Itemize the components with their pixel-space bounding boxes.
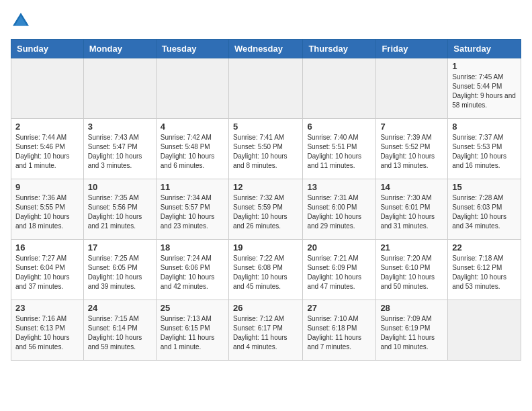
day-cell: 22Sunrise: 7:18 AM Sunset: 6:12 PM Dayli…: [448, 240, 521, 300]
day-info: Sunrise: 7:42 AM Sunset: 5:48 PM Dayligh…: [161, 133, 224, 171]
day-cell: 4Sunrise: 7:42 AM Sunset: 5:48 PM Daylig…: [156, 119, 228, 179]
calendar-header-row: SundayMondayTuesdayWednesdayThursdayFrid…: [11, 40, 521, 58]
day-info: Sunrise: 7:44 AM Sunset: 5:46 PM Dayligh…: [15, 133, 79, 171]
day-info: Sunrise: 7:41 AM Sunset: 5:50 PM Dayligh…: [233, 133, 298, 171]
day-number: 20: [307, 242, 371, 253]
day-info: Sunrise: 7:27 AM Sunset: 6:04 PM Dayligh…: [15, 254, 79, 291]
day-number: 3: [88, 122, 152, 132]
day-info: Sunrise: 7:18 AM Sunset: 6:12 PM Dayligh…: [452, 254, 517, 291]
day-info: Sunrise: 7:34 AM Sunset: 5:57 PM Dayligh…: [161, 193, 224, 231]
day-number: 5: [233, 122, 298, 132]
day-info: Sunrise: 7:20 AM Sunset: 6:10 PM Dayligh…: [380, 254, 443, 291]
day-cell: 20Sunrise: 7:21 AM Sunset: 6:09 PM Dayli…: [303, 240, 376, 300]
day-info: Sunrise: 7:30 AM Sunset: 6:01 PM Dayligh…: [380, 193, 443, 231]
day-info: Sunrise: 7:09 AM Sunset: 6:19 PM Dayligh…: [380, 314, 443, 352]
day-cell: 1Sunrise: 7:45 AM Sunset: 5:44 PM Daylig…: [448, 58, 521, 119]
calendar-table: SundayMondayTuesdayWednesdayThursdayFrid…: [11, 39, 521, 361]
day-info: Sunrise: 7:37 AM Sunset: 5:53 PM Dayligh…: [452, 133, 517, 171]
day-number: 11: [161, 182, 224, 192]
day-info: Sunrise: 7:31 AM Sunset: 6:00 PM Dayligh…: [307, 193, 371, 231]
logo: [11, 11, 34, 31]
day-info: Sunrise: 7:10 AM Sunset: 6:18 PM Dayligh…: [307, 314, 371, 352]
day-cell: 21Sunrise: 7:20 AM Sunset: 6:10 PM Dayli…: [376, 240, 448, 300]
day-cell: 5Sunrise: 7:41 AM Sunset: 5:50 PM Daylig…: [228, 119, 302, 179]
day-number: 19: [233, 242, 298, 253]
day-info: Sunrise: 7:35 AM Sunset: 5:56 PM Dayligh…: [88, 193, 152, 231]
week-row-1: 1Sunrise: 7:45 AM Sunset: 5:44 PM Daylig…: [11, 58, 521, 119]
day-cell: [448, 300, 521, 361]
day-info: Sunrise: 7:40 AM Sunset: 5:51 PM Dayligh…: [307, 133, 371, 171]
day-number: 18: [161, 242, 224, 253]
day-number: 9: [15, 182, 79, 192]
day-number: 25: [161, 303, 224, 313]
day-cell: 19Sunrise: 7:22 AM Sunset: 6:08 PM Dayli…: [228, 240, 302, 300]
day-info: Sunrise: 7:15 AM Sunset: 6:14 PM Dayligh…: [88, 314, 152, 352]
day-number: 27: [307, 303, 371, 313]
day-info: Sunrise: 7:43 AM Sunset: 5:47 PM Dayligh…: [88, 133, 152, 171]
day-info: Sunrise: 7:24 AM Sunset: 6:06 PM Dayligh…: [161, 254, 224, 291]
day-number: 23: [15, 303, 79, 313]
day-cell: 15Sunrise: 7:28 AM Sunset: 6:03 PM Dayli…: [448, 179, 521, 240]
day-cell: 18Sunrise: 7:24 AM Sunset: 6:06 PM Dayli…: [156, 240, 228, 300]
day-cell: 12Sunrise: 7:32 AM Sunset: 5:59 PM Dayli…: [228, 179, 302, 240]
day-cell: [83, 58, 156, 119]
day-info: Sunrise: 7:28 AM Sunset: 6:03 PM Dayligh…: [452, 193, 517, 231]
day-info: Sunrise: 7:36 AM Sunset: 5:55 PM Dayligh…: [15, 193, 79, 231]
day-cell: [303, 58, 376, 119]
day-cell: 2Sunrise: 7:44 AM Sunset: 5:46 PM Daylig…: [11, 119, 84, 179]
day-info: Sunrise: 7:22 AM Sunset: 6:08 PM Dayligh…: [233, 254, 298, 291]
day-info: Sunrise: 7:21 AM Sunset: 6:09 PM Dayligh…: [307, 254, 371, 291]
week-row-4: 16Sunrise: 7:27 AM Sunset: 6:04 PM Dayli…: [11, 240, 521, 300]
col-header-sunday: Sunday: [11, 40, 84, 58]
day-number: 4: [161, 122, 224, 132]
day-cell: 17Sunrise: 7:25 AM Sunset: 6:05 PM Dayli…: [83, 240, 156, 300]
day-cell: 16Sunrise: 7:27 AM Sunset: 6:04 PM Dayli…: [11, 240, 84, 300]
col-header-monday: Monday: [83, 40, 156, 58]
day-cell: 23Sunrise: 7:16 AM Sunset: 6:13 PM Dayli…: [11, 300, 84, 361]
week-row-3: 9Sunrise: 7:36 AM Sunset: 5:55 PM Daylig…: [11, 179, 521, 240]
day-info: Sunrise: 7:45 AM Sunset: 5:44 PM Dayligh…: [452, 73, 517, 110]
day-cell: 8Sunrise: 7:37 AM Sunset: 5:53 PM Daylig…: [448, 119, 521, 179]
day-info: Sunrise: 7:16 AM Sunset: 6:13 PM Dayligh…: [15, 314, 79, 352]
week-row-2: 2Sunrise: 7:44 AM Sunset: 5:46 PM Daylig…: [11, 119, 521, 179]
week-row-5: 23Sunrise: 7:16 AM Sunset: 6:13 PM Dayli…: [11, 300, 521, 361]
day-number: 28: [380, 303, 443, 313]
day-info: Sunrise: 7:39 AM Sunset: 5:52 PM Dayligh…: [380, 133, 443, 171]
day-info: Sunrise: 7:25 AM Sunset: 6:05 PM Dayligh…: [88, 254, 152, 291]
day-number: 15: [452, 182, 517, 192]
day-cell: 13Sunrise: 7:31 AM Sunset: 6:00 PM Dayli…: [303, 179, 376, 240]
day-number: 7: [380, 122, 443, 132]
day-info: Sunrise: 7:12 AM Sunset: 6:17 PM Dayligh…: [233, 314, 298, 352]
day-number: 16: [15, 242, 79, 253]
day-info: Sunrise: 7:13 AM Sunset: 6:15 PM Dayligh…: [161, 314, 224, 352]
day-number: 12: [233, 182, 298, 192]
day-number: 17: [88, 242, 152, 253]
day-cell: [376, 58, 448, 119]
day-cell: 9Sunrise: 7:36 AM Sunset: 5:55 PM Daylig…: [11, 179, 84, 240]
day-number: 10: [88, 182, 152, 192]
col-header-thursday: Thursday: [303, 40, 376, 58]
day-number: 13: [307, 182, 371, 192]
day-cell: 28Sunrise: 7:09 AM Sunset: 6:19 PM Dayli…: [376, 300, 448, 361]
col-header-friday: Friday: [376, 40, 448, 58]
day-cell: 26Sunrise: 7:12 AM Sunset: 6:17 PM Dayli…: [228, 300, 302, 361]
day-number: 2: [15, 122, 79, 132]
day-info: Sunrise: 7:32 AM Sunset: 5:59 PM Dayligh…: [233, 193, 298, 231]
day-number: 24: [88, 303, 152, 313]
day-number: 6: [307, 122, 371, 132]
page-header: [11, 11, 521, 31]
day-cell: 7Sunrise: 7:39 AM Sunset: 5:52 PM Daylig…: [376, 119, 448, 179]
day-number: 22: [452, 242, 517, 253]
day-number: 21: [380, 242, 443, 253]
day-number: 26: [233, 303, 298, 313]
day-cell: 10Sunrise: 7:35 AM Sunset: 5:56 PM Dayli…: [83, 179, 156, 240]
col-header-wednesday: Wednesday: [228, 40, 302, 58]
day-cell: 25Sunrise: 7:13 AM Sunset: 6:15 PM Dayli…: [156, 300, 228, 361]
day-number: 8: [452, 122, 517, 132]
day-cell: 27Sunrise: 7:10 AM Sunset: 6:18 PM Dayli…: [303, 300, 376, 361]
day-cell: 6Sunrise: 7:40 AM Sunset: 5:51 PM Daylig…: [303, 119, 376, 179]
logo-icon: [11, 11, 31, 31]
col-header-tuesday: Tuesday: [156, 40, 228, 58]
day-number: 14: [380, 182, 443, 192]
day-cell: 24Sunrise: 7:15 AM Sunset: 6:14 PM Dayli…: [83, 300, 156, 361]
